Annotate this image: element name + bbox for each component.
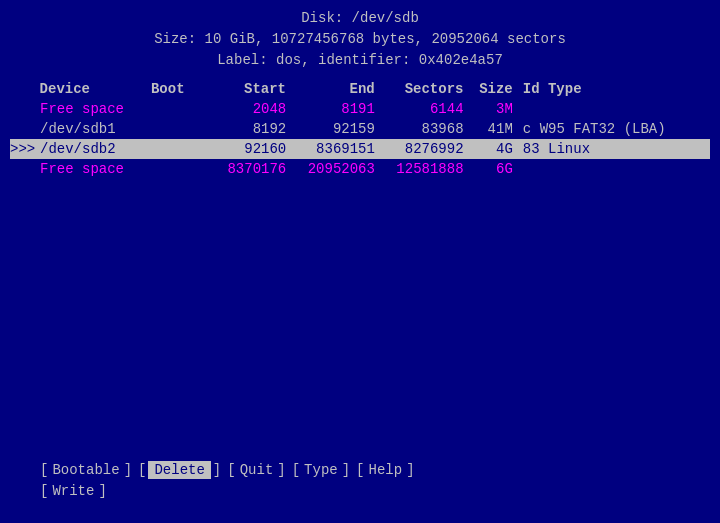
table-row[interactable]: Free space 8370176 20952063 12581888 6G — [10, 159, 710, 179]
row-idtype: 83 Linux — [513, 141, 710, 157]
col-sectors-header: Sectors — [375, 81, 464, 97]
row-boot — [139, 141, 198, 157]
row-indicator: >>> — [10, 141, 40, 157]
row-boot — [139, 121, 198, 137]
row-sectors: 12581888 — [375, 161, 464, 177]
row-indicator — [10, 161, 40, 177]
row-size: 41M — [464, 121, 513, 137]
disk-title: Disk: /dev/sdb — [0, 8, 720, 29]
col-device-header: Device — [40, 81, 139, 97]
row-size: 4G — [464, 141, 513, 157]
row-sectors: 8276992 — [375, 141, 464, 157]
col-end-header: End — [286, 81, 375, 97]
row-indicator — [10, 101, 40, 117]
row-start: 8370176 — [198, 161, 287, 177]
footer-button[interactable]: [ Help ] — [356, 462, 414, 478]
footer-button[interactable]: [ Bootable ] — [40, 462, 132, 478]
col-boot-header: Boot — [138, 81, 197, 97]
partition-table: Device Boot Start End Sectors Size Id Ty… — [0, 79, 720, 179]
column-headers: Device Boot Start End Sectors Size Id Ty… — [10, 79, 710, 99]
col-size-header: Size — [463, 81, 512, 97]
row-end: 8191 — [286, 101, 375, 117]
row-end: 20952063 — [286, 161, 375, 177]
row-size: 3M — [464, 101, 513, 117]
row-start: 92160 — [198, 141, 287, 157]
row-start: 8192 — [198, 121, 287, 137]
table-row[interactable]: Free space 2048 8191 6144 3M — [10, 99, 710, 119]
row-device: /dev/sdb1 — [40, 121, 139, 137]
table-rows: Free space 2048 8191 6144 3M /dev/sdb1 8… — [10, 99, 710, 179]
footer-row1: [ Bootable ][Delete][ Quit ][ Type ][ He… — [40, 461, 680, 479]
row-start: 2048 — [198, 101, 287, 117]
screen: Disk: /dev/sdb Size: 10 GiB, 10727456768… — [0, 0, 720, 523]
footer-button[interactable]: [ Write ] — [40, 483, 107, 499]
row-end: 8369151 — [286, 141, 375, 157]
row-idtype — [513, 161, 710, 177]
footer-button[interactable]: [ Type ] — [292, 462, 350, 478]
footer: [ Bootable ][Delete][ Quit ][ Type ][ He… — [0, 461, 720, 503]
table-row[interactable]: >>> /dev/sdb2 92160 8369151 8276992 4G 8… — [10, 139, 710, 159]
footer-row2: [ Write ] — [40, 483, 680, 499]
row-idtype — [513, 101, 710, 117]
row-boot — [139, 101, 198, 117]
row-device: Free space — [40, 161, 139, 177]
row-sectors: 6144 — [375, 101, 464, 117]
row-sectors: 83968 — [375, 121, 464, 137]
row-idtype: c W95 FAT32 (LBA) — [513, 121, 710, 137]
row-device: Free space — [40, 101, 139, 117]
row-boot — [139, 161, 198, 177]
footer-button[interactable]: [ Quit ] — [227, 462, 285, 478]
row-size: 6G — [464, 161, 513, 177]
row-device: /dev/sdb2 — [40, 141, 139, 157]
row-indicator — [10, 121, 40, 137]
table-row[interactable]: /dev/sdb1 8192 92159 83968 41M c W95 FAT… — [10, 119, 710, 139]
size-info: Size: 10 GiB, 10727456768 bytes, 2095206… — [0, 29, 720, 50]
row-end: 92159 — [286, 121, 375, 137]
col-start-header: Start — [197, 81, 286, 97]
header: Disk: /dev/sdb Size: 10 GiB, 10727456768… — [0, 8, 720, 71]
col-idtype-header: Id Type — [513, 81, 710, 97]
label-info: Label: dos, identifier: 0x402e4a57 — [0, 50, 720, 71]
footer-button[interactable]: [Delete] — [138, 461, 221, 479]
